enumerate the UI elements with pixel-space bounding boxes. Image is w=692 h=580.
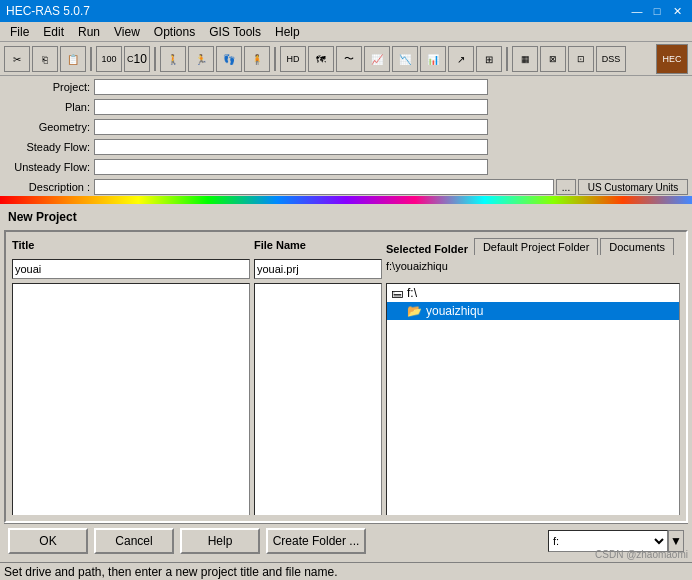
project-row: Project: bbox=[4, 78, 688, 96]
project-field[interactable] bbox=[94, 79, 488, 95]
menu-options[interactable]: Options bbox=[148, 23, 201, 41]
menu-run[interactable]: Run bbox=[72, 23, 106, 41]
list-panels-row: 🖴 f:\ 📂 youaizhiqu bbox=[12, 283, 680, 515]
toolbar-sep-4 bbox=[506, 47, 508, 71]
filename-list-panel bbox=[254, 283, 382, 515]
menu-file[interactable]: File bbox=[4, 23, 35, 41]
project-filename-input[interactable] bbox=[254, 259, 382, 279]
toolbar-btn-8[interactable]: 👣 bbox=[216, 46, 242, 72]
menu-edit[interactable]: Edit bbox=[37, 23, 70, 41]
help-button[interactable]: Help bbox=[180, 528, 260, 554]
steady-flow-field[interactable] bbox=[94, 139, 488, 155]
toolbar-btn-hec[interactable]: HEC bbox=[656, 44, 688, 74]
color-bar bbox=[0, 196, 692, 204]
folder-treeview[interactable]: 🖴 f:\ 📂 youaizhiqu bbox=[386, 283, 680, 515]
toolbar-btn-wave[interactable]: 〜 bbox=[336, 46, 362, 72]
maximize-button[interactable]: □ bbox=[648, 3, 666, 19]
tab-default-project-folder[interactable]: Default Project Folder bbox=[474, 238, 598, 255]
description-dots-button[interactable]: ... bbox=[556, 179, 576, 195]
folder-path-wrapper: f:\youaizhiqu bbox=[386, 259, 680, 279]
title-bar: HEC-RAS 5.0.7 — □ ✕ bbox=[0, 0, 692, 22]
ok-button[interactable]: OK bbox=[8, 528, 88, 554]
title-column-header: Title bbox=[12, 239, 34, 251]
tree-item-drive[interactable]: 🖴 f:\ bbox=[387, 284, 679, 302]
toolbar-btn-chart1[interactable]: 📈 bbox=[364, 46, 390, 72]
steady-flow-label: Steady Flow: bbox=[4, 141, 94, 153]
unsteady-flow-label: Unsteady Flow: bbox=[4, 161, 94, 173]
unsteady-flow-row: Unsteady Flow: bbox=[4, 158, 688, 176]
toolbar-btn-7[interactable]: 🏃 bbox=[188, 46, 214, 72]
description-row: Description : ... US Customary Units bbox=[4, 178, 688, 196]
folder-tree-panel: 🖴 f:\ 📂 youaizhiqu bbox=[386, 283, 680, 515]
geometry-row: Geometry: bbox=[4, 118, 688, 136]
window-controls: — □ ✕ bbox=[628, 3, 686, 19]
toolbar-btn-dss[interactable]: DSS bbox=[596, 46, 626, 72]
column-headers: Title File Name Selected Folder Default … bbox=[12, 238, 680, 257]
menu-help[interactable]: Help bbox=[269, 23, 306, 41]
folder-open-icon: 📂 bbox=[407, 304, 422, 318]
toolbar-btn-chart2[interactable]: 📉 bbox=[392, 46, 418, 72]
menu-gis-tools[interactable]: GIS Tools bbox=[203, 23, 267, 41]
toolbar-btn-9[interactable]: 🧍 bbox=[244, 46, 270, 72]
toolbar-btn-2[interactable]: ⎗ bbox=[32, 46, 58, 72]
toolbar-btn-p3[interactable]: ⊡ bbox=[568, 46, 594, 72]
folder-tabs: Default Project Folder Documents bbox=[474, 238, 674, 255]
toolbar-btn-hd[interactable]: HD bbox=[280, 46, 306, 72]
toolbar-btn-6[interactable]: 🚶 bbox=[160, 46, 186, 72]
toolbar-sep-3 bbox=[274, 47, 276, 71]
toolbar-btn-3[interactable]: 📋 bbox=[60, 46, 86, 72]
plan-label: Plan: bbox=[4, 101, 94, 113]
minimize-button[interactable]: — bbox=[628, 3, 646, 19]
plan-field[interactable] bbox=[94, 99, 488, 115]
plan-row: Plan: bbox=[4, 98, 688, 116]
description-label: Description : bbox=[4, 181, 94, 193]
project-label: Project: bbox=[4, 81, 94, 93]
toolbar-btn-chart3[interactable]: 📊 bbox=[420, 46, 446, 72]
toolbar-btn-5[interactable]: C10 bbox=[124, 46, 150, 72]
toolbar-btn-p1[interactable]: ▦ bbox=[512, 46, 538, 72]
title-input-wrapper bbox=[12, 259, 250, 279]
cancel-button[interactable]: Cancel bbox=[94, 528, 174, 554]
toolbar-btn-1[interactable]: ✂ bbox=[4, 46, 30, 72]
unsteady-flow-field[interactable] bbox=[94, 159, 488, 175]
drive-icon: 🖴 bbox=[391, 286, 403, 300]
toolbar-btn-chart5[interactable]: ⊞ bbox=[476, 46, 502, 72]
tree-item-youaizhiqu[interactable]: 📂 youaizhiqu bbox=[387, 302, 679, 320]
toolbar: ✂ ⎗ 📋 100 C10 🚶 🏃 👣 🧍 HD 🗺 〜 📈 📉 📊 ↗ ⊞ ▦… bbox=[0, 42, 692, 76]
new-project-title: New Project bbox=[4, 208, 688, 226]
project-title-input[interactable] bbox=[12, 259, 250, 279]
toolbar-btn-4[interactable]: 100 bbox=[96, 46, 122, 72]
status-text: Set drive and path, then enter a new pro… bbox=[4, 565, 338, 579]
toolbar-btn-chart4[interactable]: ↗ bbox=[448, 46, 474, 72]
filename-input-wrapper bbox=[254, 259, 382, 279]
steady-flow-row: Steady Flow: bbox=[4, 138, 688, 156]
close-button[interactable]: ✕ bbox=[668, 3, 686, 19]
project-info-section: Project: Plan: Geometry: Steady Flow: Un… bbox=[0, 76, 692, 196]
create-folder-button[interactable]: Create Folder ... bbox=[266, 528, 366, 554]
description-wrapper: ... US Customary Units bbox=[94, 179, 688, 195]
status-bar: Set drive and path, then enter a new pro… bbox=[0, 562, 692, 580]
units-button[interactable]: US Customary Units bbox=[578, 179, 688, 195]
geometry-label: Geometry: bbox=[4, 121, 94, 133]
description-field[interactable] bbox=[94, 179, 554, 195]
filename-column-header: File Name bbox=[254, 239, 306, 251]
bottom-bar: OK Cancel Help Create Folder ... f: ▼ bbox=[4, 523, 688, 558]
app-title: HEC-RAS 5.0.7 bbox=[6, 4, 90, 18]
filename-listbox[interactable] bbox=[254, 283, 382, 515]
tree-item-drive-label: f:\ bbox=[407, 286, 417, 300]
menu-bar: File Edit Run View Options GIS Tools Hel… bbox=[0, 22, 692, 42]
dialog-content-area: Title File Name Selected Folder Default … bbox=[4, 230, 688, 523]
toolbar-btn-map[interactable]: 🗺 bbox=[308, 46, 334, 72]
menu-view[interactable]: View bbox=[108, 23, 146, 41]
folder-path-label: f:\youaizhiqu bbox=[386, 260, 680, 272]
watermark: CSDN @zhaomaomi bbox=[595, 549, 688, 560]
toolbar-btn-p2[interactable]: ⊠ bbox=[540, 46, 566, 72]
input-row: f:\youaizhiqu bbox=[12, 259, 680, 279]
geometry-field[interactable] bbox=[94, 119, 488, 135]
title-list-panel bbox=[12, 283, 250, 515]
selected-folder-header: Selected Folder bbox=[386, 243, 468, 255]
tree-item-youaizhiqu-label: youaizhiqu bbox=[426, 304, 483, 318]
toolbar-sep-2 bbox=[154, 47, 156, 71]
tab-documents[interactable]: Documents bbox=[600, 238, 674, 255]
title-listbox[interactable] bbox=[12, 283, 250, 515]
